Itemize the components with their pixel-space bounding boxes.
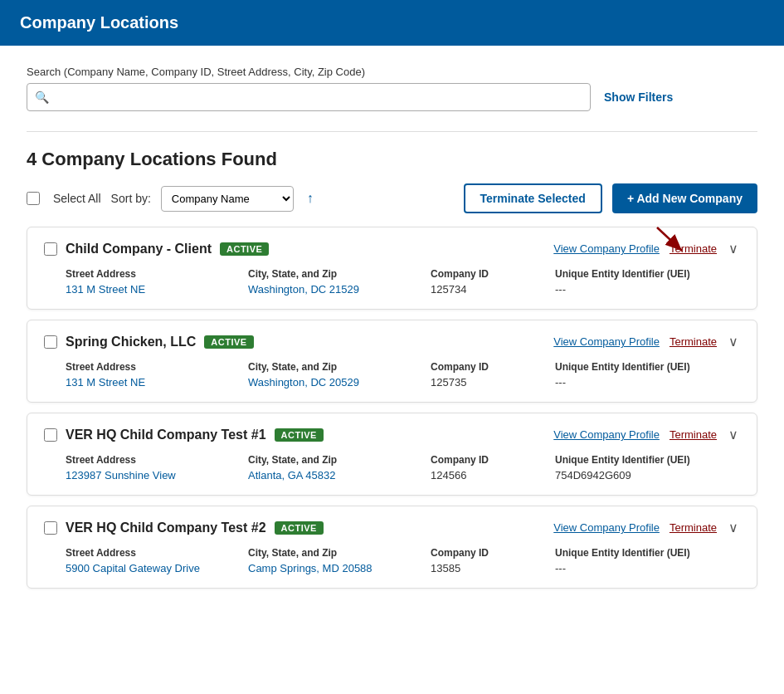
terminate-link[interactable]: Terminate	[670, 428, 717, 441]
select-all-wrapper: Select All	[27, 192, 101, 205]
company-id-value: 125734	[431, 283, 555, 296]
uei-label: Unique Entity Identifier (UEI)	[555, 361, 740, 373]
uei-col: Unique Entity Identifier (UEI) ---	[555, 547, 740, 574]
street-address-label: Street Address	[66, 454, 248, 466]
view-company-profile-link[interactable]: View Company Profile	[553, 335, 660, 348]
main-content: Search (Company Name, Company ID, Street…	[0, 46, 784, 618]
card-actions: View Company Profile Terminate ∨	[553, 334, 740, 349]
company-checkbox[interactable]	[44, 242, 57, 256]
company-id-value: 124566	[431, 469, 555, 481]
street-address-value: 131 M Street NE	[66, 283, 248, 296]
expand-chevron-button[interactable]: ∨	[727, 241, 740, 257]
sort-select[interactable]: Company Name Company ID City State	[161, 186, 294, 212]
card-header: Spring Chicken, LLC ACTIVE View Company …	[44, 334, 740, 349]
company-id-label: Company ID	[431, 454, 555, 466]
search-section: Search (Company Name, Company ID, Street…	[27, 66, 757, 111]
expand-chevron-button[interactable]: ∨	[727, 334, 740, 349]
uei-value: ---	[555, 376, 740, 389]
add-company-button[interactable]: + Add New Company	[612, 183, 757, 213]
company-id-label: Company ID	[431, 361, 555, 373]
company-id-value: 125735	[431, 376, 555, 389]
card-details: Street Address 5900 Capital Gateway Driv…	[44, 547, 740, 574]
search-row: 🔍 Show Filters	[27, 83, 757, 111]
company-card: Spring Chicken, LLC ACTIVE View Company …	[27, 320, 757, 403]
street-address-label: Street Address	[66, 361, 248, 373]
company-name: VER HQ Child Company Test #1	[66, 428, 266, 442]
card-actions: View Company Profile Terminate ∨	[553, 241, 740, 257]
card-actions: View Company Profile Terminate ∨	[553, 520, 740, 535]
company-id-label: Company ID	[431, 547, 555, 559]
company-id-col: Company ID 124566	[431, 454, 555, 481]
company-name: VER HQ Child Company Test #2	[66, 520, 266, 535]
company-name: Spring Chicken, LLC	[66, 335, 196, 349]
city-state-zip-value: Atlanta, GA 45832	[248, 469, 431, 481]
view-company-profile-link[interactable]: View Company Profile	[553, 242, 660, 255]
city-state-zip-label: City, State, and Zip	[248, 547, 431, 559]
card-details: Street Address 123987 Sunshine View City…	[44, 454, 740, 481]
sort-label: Sort by:	[111, 192, 151, 205]
company-id-label: Company ID	[431, 268, 555, 280]
card-actions: View Company Profile Terminate ∨	[553, 427, 740, 442]
company-name: Child Company - Client	[66, 242, 212, 257]
terminate-link[interactable]: Terminate	[670, 521, 717, 534]
company-checkbox[interactable]	[44, 521, 57, 535]
terminate-selected-button[interactable]: Terminate Selected	[464, 183, 602, 213]
view-company-profile-link[interactable]: View Company Profile	[553, 428, 660, 441]
select-all-checkbox[interactable]	[27, 192, 40, 205]
street-address-value: 131 M Street NE	[66, 376, 248, 389]
status-badge: ACTIVE	[275, 521, 324, 535]
card-details: Street Address 131 M Street NE City, Sta…	[44, 361, 740, 389]
street-address-col: Street Address 131 M Street NE	[66, 361, 248, 389]
terminate-link[interactable]: Terminate	[670, 335, 717, 348]
uei-col: Unique Entity Identifier (UEI) 754D6942G…	[555, 454, 740, 481]
terminate-link[interactable]: Terminate	[670, 242, 717, 255]
uei-col: Unique Entity Identifier (UEI) ---	[555, 268, 740, 296]
city-state-zip-label: City, State, and Zip	[248, 361, 431, 373]
uei-label: Unique Entity Identifier (UEI)	[555, 547, 740, 559]
street-address-col: Street Address 123987 Sunshine View	[66, 454, 248, 481]
search-label: Search (Company Name, Company ID, Street…	[27, 66, 757, 78]
company-id-col: Company ID 13585	[431, 547, 555, 574]
company-list: Child Company - Client ACTIVE View Compa…	[27, 227, 757, 589]
city-state-zip-col: City, State, and Zip Camp Springs, MD 20…	[248, 547, 431, 574]
street-address-col: Street Address 5900 Capital Gateway Driv…	[66, 547, 248, 574]
street-address-col: Street Address 131 M Street NE	[66, 268, 248, 296]
company-checkbox[interactable]	[44, 335, 57, 349]
section-divider	[27, 131, 757, 132]
results-count: 4 Company Locations Found	[27, 149, 757, 170]
street-address-value: 123987 Sunshine View	[66, 469, 248, 481]
sort-asc-button[interactable]: ↑	[304, 191, 317, 206]
card-header: Child Company - Client ACTIVE View Compa…	[44, 241, 740, 257]
uei-label: Unique Entity Identifier (UEI)	[555, 268, 740, 280]
uei-col: Unique Entity Identifier (UEI) ---	[555, 361, 740, 389]
uei-label: Unique Entity Identifier (UEI)	[555, 454, 740, 466]
card-header: VER HQ Child Company Test #1 ACTIVE View…	[44, 427, 740, 442]
toolbar: Select All Sort by: Company Name Company…	[27, 183, 757, 213]
company-card: Child Company - Client ACTIVE View Compa…	[27, 227, 757, 310]
view-company-profile-link[interactable]: View Company Profile	[553, 521, 660, 534]
expand-chevron-button[interactable]: ∨	[727, 427, 740, 442]
expand-chevron-button[interactable]: ∨	[727, 520, 740, 535]
search-icon: 🔍	[35, 90, 49, 104]
top-bar: Company Locations	[0, 0, 784, 46]
status-badge: ACTIVE	[220, 242, 269, 256]
page-title: Company Locations	[20, 13, 764, 32]
uei-value: ---	[555, 562, 740, 574]
street-address-value: 5900 Capital Gateway Drive	[66, 562, 248, 574]
city-state-zip-label: City, State, and Zip	[248, 268, 431, 280]
search-input-wrapper: 🔍	[27, 83, 591, 111]
city-state-zip-value: Washington, DC 20529	[248, 376, 431, 389]
select-all-label: Select All	[53, 192, 101, 205]
show-filters-button[interactable]: Show Filters	[604, 90, 673, 104]
uei-value: ---	[555, 283, 740, 296]
card-details: Street Address 131 M Street NE City, Sta…	[44, 268, 740, 296]
city-state-zip-col: City, State, and Zip Washington, DC 2052…	[248, 361, 431, 389]
street-address-label: Street Address	[66, 268, 248, 280]
search-input[interactable]	[27, 83, 591, 111]
company-id-col: Company ID 125734	[431, 268, 555, 296]
status-badge: ACTIVE	[204, 335, 253, 349]
company-checkbox[interactable]	[44, 428, 57, 442]
company-card: VER HQ Child Company Test #2 ACTIVE View…	[27, 506, 757, 589]
city-state-zip-label: City, State, and Zip	[248, 454, 431, 466]
card-header: VER HQ Child Company Test #2 ACTIVE View…	[44, 520, 740, 535]
